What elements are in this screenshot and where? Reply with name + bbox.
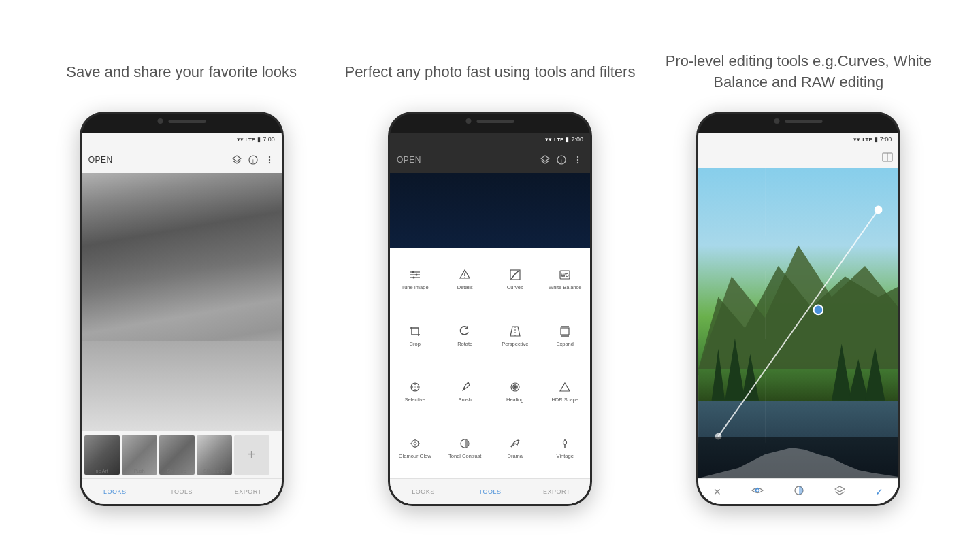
tool-rotate[interactable]: Rotate	[440, 307, 490, 364]
app-bar-icons-1: i	[231, 154, 275, 165]
selective-icon	[408, 380, 423, 395]
open-button-2[interactable]: OPEN	[397, 155, 421, 165]
nav-export-1[interactable]: EXPORT	[215, 479, 282, 504]
svg-point-9	[577, 156, 578, 158]
battery-icon: ▮	[257, 136, 261, 143]
tool-vintage[interactable]: Vintage	[540, 420, 590, 476]
battery-icon-2: ▮	[566, 136, 569, 143]
curves-toolbar	[698, 146, 898, 168]
expand-label: Expand	[557, 341, 574, 347]
curves-eye-icon[interactable]	[751, 486, 764, 498]
curves-line-overlay	[698, 168, 898, 478]
thumb-strip-1: ne Art Push Structure Silhouette +	[82, 431, 282, 478]
tool-perspective[interactable]: Perspective	[490, 307, 540, 364]
nav-tools-1[interactable]: TOOLS	[148, 479, 215, 504]
svg-point-16	[415, 274, 417, 276]
stack-icon-2[interactable]	[540, 154, 551, 165]
phone-3-screen: ▾▾ LTE ▮ 7:00	[698, 133, 898, 504]
status-bar-1: ▾▾ LTE ▮ 7:00	[82, 133, 282, 146]
more-icon-1[interactable]	[264, 154, 275, 165]
split-view-icon[interactable]	[882, 152, 893, 163]
tool-tune-image[interactable]: Tune Image	[390, 251, 440, 307]
lte-icon: LTE	[246, 137, 256, 143]
tool-tonal[interactable]: Tonal Contrast	[440, 420, 490, 476]
open-button-1[interactable]: OPEN	[88, 155, 113, 165]
nav-looks-2[interactable]: LOOKS	[390, 479, 457, 504]
thumb-1-item[interactable]: ne Art	[84, 435, 120, 475]
info-icon-2[interactable]: i	[556, 154, 567, 165]
plus-icon: +	[248, 447, 256, 463]
thumb-3-item[interactable]: Structure	[159, 435, 195, 475]
thumb-add-button[interactable]: +	[234, 435, 270, 475]
phone-3-top	[774, 118, 823, 124]
thumb-3-label: Structure	[159, 469, 195, 473]
signal-icon-2: ▾▾	[545, 136, 552, 143]
bw-photo	[82, 173, 282, 431]
curves-bottom-bar: ✕	[698, 478, 898, 504]
status-bar-3: ▾▾ LTE ▮ 7:00	[698, 133, 898, 146]
tool-hdr[interactable]: HDR Scape	[540, 363, 590, 420]
panel-1: Save and share your favorite looks ▾▾ LT…	[35, 45, 328, 506]
glamour-label: Glamour Glow	[399, 453, 431, 459]
tool-expand[interactable]: Expand	[540, 307, 590, 364]
app-bar-1: OPEN	[82, 146, 282, 173]
stack-icon[interactable]	[231, 154, 242, 165]
bottom-nav-2: LOOKS TOOLS EXPORT	[390, 478, 590, 504]
thumb-4-label: Silhouette	[197, 469, 232, 473]
status-bar-2: ▾▾ LTE ▮ 7:00	[390, 133, 590, 146]
perspective-label: Perspective	[502, 341, 528, 347]
rotate-label: Rotate	[457, 341, 472, 347]
perspective-icon	[508, 324, 523, 339]
tool-selective[interactable]: Selective	[390, 363, 440, 420]
photo-area-1	[82, 173, 282, 431]
brush-label: Brush	[458, 397, 472, 403]
svg-marker-40	[560, 383, 570, 391]
curves-close-icon[interactable]: ✕	[713, 486, 721, 497]
phone-2-top	[466, 118, 514, 124]
bottom-nav-1: LOOKS TOOLS EXPORT	[82, 478, 282, 504]
crop-label: Crop	[410, 341, 421, 347]
phone-2-screen: ▾▾ LTE ▮ 7:00 OPEN	[390, 133, 590, 504]
curves-layers-icon[interactable]	[834, 486, 845, 498]
tool-details[interactable]: Details	[440, 251, 490, 307]
tool-drama[interactable]: Drama	[490, 420, 540, 476]
app-container: Save and share your favorite looks ▾▾ LT…	[0, 0, 980, 551]
svg-marker-24	[510, 327, 520, 336]
svg-rect-26	[561, 328, 569, 335]
nav-looks-1[interactable]: LOOKS	[82, 479, 148, 504]
battery-icon-3: ▮	[875, 136, 878, 143]
svg-point-30	[414, 386, 416, 388]
thumb-4-item[interactable]: Silhouette	[197, 435, 232, 475]
info-icon-1[interactable]: i	[248, 154, 259, 165]
panel-3: Pro-level editing tools e.g.Curves, Whit…	[652, 45, 945, 506]
tool-wb[interactable]: WB White Balance	[540, 251, 590, 307]
phone-3-inner: ▾▾ LTE ▮ 7:00	[698, 114, 898, 504]
svg-point-3	[268, 156, 270, 157]
tool-crop[interactable]: Crop	[390, 307, 440, 364]
panel-3-title: Pro-level editing tools e.g.Curves, Whit…	[652, 45, 945, 99]
healing-icon	[508, 380, 523, 395]
thumb-2-item[interactable]: Push	[122, 435, 157, 475]
tool-glamour[interactable]: Glamour Glow	[390, 420, 440, 476]
svg-point-17	[412, 277, 414, 279]
nav-tools-2[interactable]: TOOLS	[457, 479, 523, 504]
tool-brush[interactable]: Brush	[440, 363, 490, 420]
tools-grid: Tune Image Details	[390, 248, 590, 478]
nav-export-2[interactable]: EXPORT	[523, 479, 590, 504]
tool-curves[interactable]: Curves	[490, 251, 540, 307]
thumb-2-label: Push	[122, 469, 157, 473]
camera-dot	[157, 118, 163, 124]
curves-color-icon[interactable]	[794, 485, 804, 499]
crop-icon	[408, 324, 423, 339]
panel-2-title: Perfect any photo fast using tools and f…	[345, 45, 636, 99]
wb-icon: WB	[557, 267, 572, 282]
svg-point-10	[577, 159, 578, 161]
camera-dot-2	[466, 118, 471, 124]
svg-point-50	[564, 441, 567, 444]
curves-confirm-icon[interactable]: ✓	[875, 486, 883, 497]
more-icon-2[interactable]	[572, 154, 583, 165]
camera-dot-3	[774, 118, 780, 124]
lte-icon-3: LTE	[862, 137, 872, 143]
tool-healing[interactable]: Healing	[490, 363, 540, 420]
hdr-icon	[557, 380, 572, 395]
